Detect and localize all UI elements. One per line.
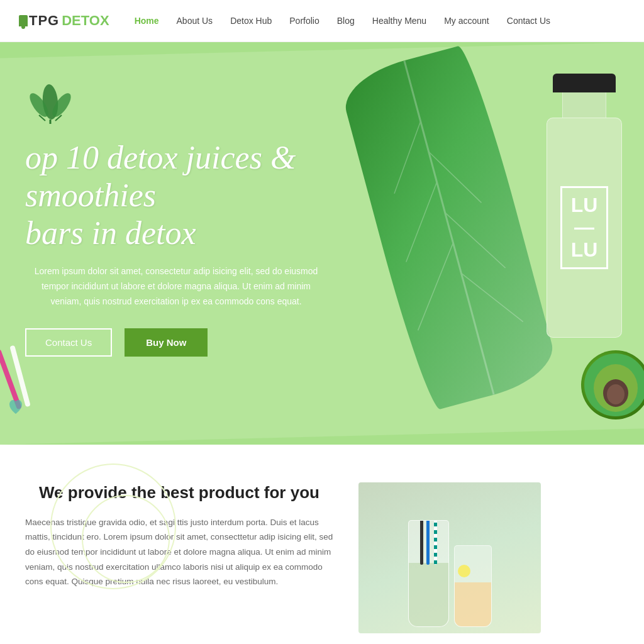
straw-blue — [426, 520, 430, 565]
nav-home[interactable]: Home — [135, 16, 159, 26]
straw-striped — [434, 520, 437, 565]
nav-detox-hub[interactable]: Detox Hub — [230, 16, 272, 26]
glass-1 — [408, 520, 449, 627]
svg-line-12 — [461, 261, 523, 334]
hero-description: Lorem ipsum dolor sit amet, consectetur … — [25, 264, 327, 309]
logo-tpg: TPG — [29, 13, 59, 29]
section2-title: We provide the best product for you — [25, 482, 333, 504]
bottle-neck — [562, 92, 606, 118]
avocado-image — [581, 350, 644, 419]
svg-line-6 — [404, 60, 494, 394]
banana-leaf-image — [338, 43, 561, 413]
buy-now-button[interactable]: Buy Now — [125, 328, 208, 357]
bottle-cap — [553, 74, 616, 92]
juice-glasses-visual — [358, 482, 541, 633]
hero-section: op 10 detox juices & smoothiesbars in de… — [0, 42, 644, 445]
svg-line-7 — [378, 121, 436, 194]
section2-text: We provide the best product for you Maec… — [25, 482, 333, 589]
nav-healthy-menu[interactable]: Healthy Menu — [372, 16, 426, 26]
logo[interactable]: TPG DETOX — [19, 13, 109, 29]
svg-line-10 — [445, 201, 506, 279]
leaf-decoration-icon — [25, 80, 352, 133]
main-nav: Home About Us Detox Hub Porfolio Blog He… — [135, 16, 550, 26]
hero-title: op 10 detox juices & smoothiesbars in de… — [25, 139, 352, 252]
juice-bottle: LU — LU — [543, 74, 625, 375]
nav-blog[interactable]: Blog — [337, 16, 355, 26]
section2-description: Maecenas tristique gravida odio, et sagi… — [25, 515, 333, 589]
bottle-body: LU — LU — [547, 118, 622, 338]
svg-point-16 — [607, 384, 625, 404]
svg-line-9 — [388, 182, 455, 262]
nav-contact[interactable]: Contact Us — [507, 16, 550, 26]
nav-about[interactable]: About Us — [177, 16, 213, 26]
nav-my-account[interactable]: My account — [444, 16, 489, 26]
hero-images: LU — LU — [317, 42, 644, 445]
glass-2 — [454, 545, 492, 627]
hero-buttons: Contact Us Buy Now — [25, 328, 352, 357]
bottle-label: LU — LU — [560, 186, 609, 269]
nav-porfolio[interactable]: Porfolio — [289, 16, 319, 26]
svg-line-8 — [429, 142, 482, 213]
logo-detox: DETOX — [62, 13, 109, 29]
straw-black — [420, 520, 423, 565]
hero-content: op 10 detox juices & smoothiesbars in de… — [0, 42, 352, 394]
svg-line-11 — [399, 243, 473, 330]
section2-image — [358, 482, 541, 633]
header: TPG DETOX Home About Us Detox Hub Porfol… — [0, 0, 644, 42]
logo-icon — [19, 15, 28, 26]
svg-rect-18 — [9, 345, 31, 408]
hero-decoration-left — [0, 341, 50, 419]
section2: We provide the best product for you Maec… — [0, 445, 644, 644]
